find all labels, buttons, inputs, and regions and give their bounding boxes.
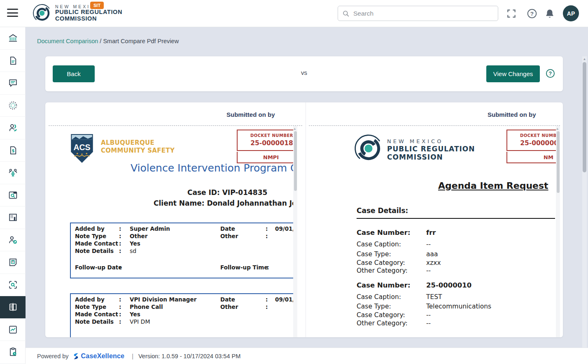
- logo-line2: PUBLIC REGULATION: [55, 9, 122, 16]
- user-arrow-icon: [8, 235, 18, 245]
- sidebar-item-organizations[interactable]: [0, 206, 26, 229]
- version-text: Version: 1.0.59 - 10/17/2024 03:54 PM: [138, 353, 240, 359]
- user-icon: [8, 123, 18, 133]
- people-microphone-icon: [8, 167, 18, 178]
- notifications-bell-icon[interactable]: [544, 8, 555, 19]
- burst-icon: [8, 100, 18, 111]
- case2-caption-row: Case Caption:TEST: [357, 293, 442, 301]
- sidebar-item-hearings[interactable]: [0, 162, 26, 184]
- sidebar-item-billing[interactable]: $: [0, 139, 26, 162]
- right-pane-header: Submitted on by: [488, 111, 536, 118]
- case-details-heading: Case Details:: [357, 206, 408, 215]
- left-doc-title: Violence Intervention Program C: [131, 162, 297, 174]
- note-box-1: Added by : Super Admin Date : 09/01/ Not…: [70, 223, 297, 278]
- chart-icon: [8, 325, 18, 335]
- powered-by-label: Powered by: [37, 353, 69, 359]
- left-doc-case-id: Case ID: VIP-014835: [187, 188, 267, 197]
- left-pane-header: Submitted on by: [226, 111, 275, 118]
- svg-text:$: $: [12, 148, 14, 153]
- case1-category-row: Case Category:xzxx: [357, 259, 441, 267]
- sidebar-item-documents[interactable]: [0, 50, 26, 72]
- right-docket-box: DOCKET NUMBER 25-0000003: [506, 130, 560, 151]
- page-scroll-up-arrow[interactable]: ▲: [583, 57, 586, 61]
- scan-search-icon: [8, 280, 18, 290]
- case2-number-row: Case Number:25-0000010: [357, 281, 471, 289]
- sidebar-item-notes[interactable]: T: [0, 251, 26, 274]
- left-nav-sidebar: $: [0, 27, 26, 364]
- compare-toolbar: Back vs View Changes ?: [45, 56, 563, 91]
- logo-line3: COMMISSION: [55, 16, 122, 22]
- right-doc-scroll-up-arrow[interactable]: ▲: [556, 127, 558, 130]
- top-header: NEW MEXICO PUBLIC REGULATION COMMISSION …: [0, 0, 588, 27]
- left-doc-scroll-thumb[interactable]: [294, 131, 297, 191]
- sidebar-item-users[interactable]: [0, 117, 26, 139]
- footer-divider: |: [132, 353, 133, 359]
- case1-caption-row: Case Caption:--: [357, 241, 431, 248]
- sidebar-item-document-comparison[interactable]: [0, 296, 26, 319]
- building-icon: [8, 212, 18, 223]
- sidebar-item-user-access[interactable]: [0, 229, 26, 252]
- vs-label: vs: [45, 69, 563, 76]
- casexellence-logo-icon: [72, 352, 79, 360]
- view-changes-button[interactable]: View Changes: [486, 65, 540, 82]
- sidebar-item-record-lookup[interactable]: [0, 274, 26, 297]
- breadcrumb-link-document-comparison[interactable]: Document Comparison: [37, 38, 98, 44]
- app-logo: NEW MEXICO PUBLIC REGULATION COMMISSION: [32, 3, 122, 23]
- page-scroll-thumb[interactable]: [583, 62, 586, 172]
- user-avatar[interactable]: AP: [563, 5, 579, 21]
- invoice-dollar-icon: $: [8, 145, 18, 155]
- compare-documents-icon: [8, 302, 18, 312]
- svg-text:?: ?: [549, 71, 552, 77]
- right-doc-title: Agenda Item Request: [438, 181, 548, 191]
- global-search[interactable]: [338, 6, 498, 21]
- search-input[interactable]: [353, 10, 485, 17]
- document-compare-panel: Submitted on by Submitted on by ACS ALBU…: [45, 102, 563, 337]
- right-doc-scrollbar[interactable]: ▲: [556, 126, 560, 337]
- acs-shield-logo: ACS: [69, 133, 95, 164]
- environment-badge: SIT: [90, 2, 104, 9]
- case1-type-row: Case Type:aaa: [357, 250, 438, 258]
- sidebar-item-reports[interactable]: [0, 319, 26, 341]
- prc-logo-icon: [32, 3, 52, 23]
- hamburger-menu-icon[interactable]: [7, 9, 18, 18]
- case2-type-row: Case Type:Telecommunications: [357, 303, 491, 310]
- acs-org-name: ALBUQUERQUE COMMUNITY SAFETY: [101, 139, 175, 155]
- case1-number-row: Case Number:frr: [357, 229, 436, 236]
- browser-search-icon: [8, 190, 18, 200]
- left-docket-sub-box: NMPI: [237, 152, 297, 163]
- svg-text:T: T: [12, 260, 14, 264]
- svg-text:ACS: ACS: [73, 143, 90, 152]
- left-doc-scroll-up-arrow[interactable]: ▲: [294, 127, 296, 130]
- prc-doc-org-name: NEW MEXICO PUBLIC REGULATION COMMISSION: [387, 138, 475, 161]
- case2-other-category-row: Other Category:--: [357, 320, 431, 327]
- right-pdf-preview[interactable]: NEW MEXICO PUBLIC REGULATION COMMISSION …: [310, 126, 560, 337]
- left-pdf-preview[interactable]: ACS ALBUQUERQUE COMMUNITY SAFETY DOCKET …: [49, 126, 297, 337]
- note-box-2: Added by : VPI Division Manager Date : 0…: [70, 293, 297, 337]
- clipboard-clock-icon: [8, 347, 18, 357]
- sidebar-item-activity[interactable]: [0, 95, 26, 117]
- left-doc-client-name: Client Name: Donald Johannathan John: [154, 199, 297, 207]
- sidebar-item-institution[interactable]: [0, 27, 26, 50]
- footer: Powered by CaseXellence | Version: 1.0.5…: [26, 348, 588, 364]
- left-doc-scrollbar[interactable]: ▲: [293, 126, 297, 337]
- note-template-icon: T: [8, 257, 18, 267]
- toolbar-help-icon[interactable]: ?: [546, 69, 555, 78]
- right-docket-sub-box: NM: [506, 152, 560, 163]
- svg-text:?: ?: [530, 11, 534, 17]
- institution-icon: [8, 33, 18, 43]
- sidebar-item-tasks[interactable]: [0, 341, 26, 364]
- pane-gap-divider: [306, 102, 306, 337]
- sidebar-item-messages[interactable]: [0, 72, 26, 95]
- case2-category-row: Case Category:--: [357, 311, 431, 319]
- sidebar-item-document-search[interactable]: [0, 184, 26, 207]
- left-docket-box: DOCKET NUMBER 25-0000018: [237, 130, 297, 151]
- fullscreen-icon[interactable]: [506, 8, 517, 19]
- help-icon[interactable]: ?: [527, 8, 537, 19]
- casexellence-wordmark: CaseXellence: [81, 352, 125, 360]
- case1-other-category-row: Other Category:--: [357, 267, 431, 274]
- case-details-rule: [357, 218, 555, 219]
- breadcrumb: Document Comparison / Smart Compare Pdf …: [37, 38, 179, 44]
- document-icon: [8, 56, 18, 66]
- search-icon: [342, 10, 350, 17]
- right-doc-scroll-thumb[interactable]: [557, 131, 560, 193]
